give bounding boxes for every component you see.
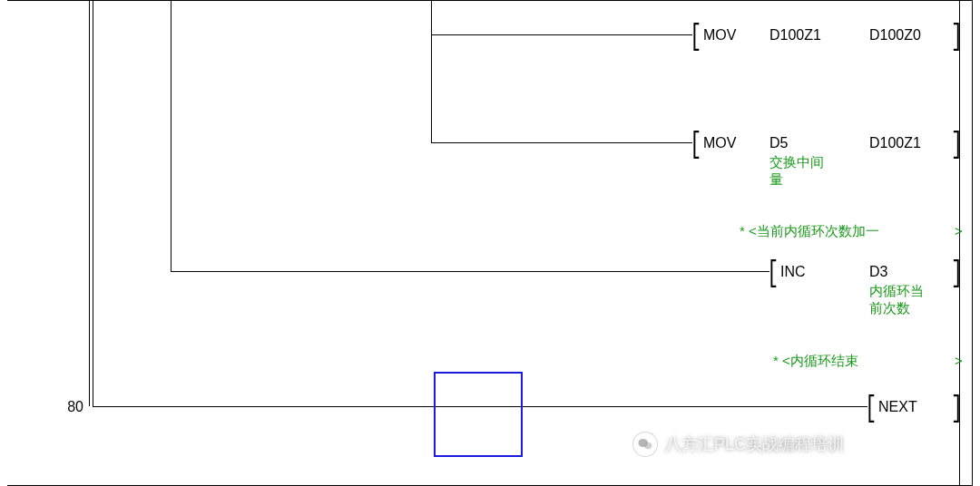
left-rail-inner <box>93 0 93 406</box>
rung2-op[interactable]: MOV <box>703 135 736 151</box>
rung2-src-comment: 交换中间 量 <box>769 154 851 189</box>
edit-cursor[interactable] <box>434 372 523 457</box>
comment-inc-tail: > <box>955 223 963 240</box>
rung4-right-bracket: ] <box>951 392 963 426</box>
comment-inc: * <当前内循环次数加一 <box>740 223 879 240</box>
left-rail-outer <box>89 0 90 406</box>
branch-vertical-2 <box>431 0 432 142</box>
rung2-dst[interactable]: D100Z1 <box>869 135 921 151</box>
comment-next-tail: > <box>955 353 963 370</box>
rung2-left-bracket: [ <box>690 128 701 162</box>
rung4-op[interactable]: NEXT <box>878 399 917 415</box>
watermark: 八方汇PLC实战编程培训 <box>632 432 844 457</box>
rung3-wire <box>171 271 769 272</box>
rung3-left-bracket: [ <box>767 257 779 291</box>
rung1-src[interactable]: D100Z1 <box>769 27 821 44</box>
rung4-left-bracket: [ <box>865 392 877 426</box>
rung2-src[interactable]: D5 <box>769 135 788 151</box>
wechat-icon <box>632 432 658 457</box>
step-number-80: 80 <box>54 399 83 415</box>
rung1-right-bracket: ] <box>951 20 963 54</box>
watermark-text: 八方汇PLC实战编程培训 <box>665 433 844 455</box>
comment-next: * <内循环结束 <box>773 353 858 370</box>
rung1-left-bracket: [ <box>690 20 701 54</box>
rung3-dst-comment: 内循环当 前次数 <box>869 283 951 317</box>
rung1-dst[interactable]: D100Z0 <box>869 27 921 44</box>
rung3-op[interactable]: INC <box>780 264 806 280</box>
rung3-dst[interactable]: D3 <box>869 264 887 280</box>
rung1-wire <box>431 34 692 35</box>
rung2-wire <box>431 142 692 143</box>
frame-right <box>972 0 973 486</box>
rung2-right-bracket: ] <box>951 128 963 162</box>
rung1-op[interactable]: MOV <box>703 27 736 44</box>
rung3-right-bracket: ] <box>951 257 963 291</box>
branch-vertical-1 <box>171 0 172 271</box>
frame-top <box>7 0 973 1</box>
svg-point-1 <box>644 442 652 450</box>
ladder-editor-canvas: [ MOV D100Z1 D100Z0 ] [ MOV D5 D100Z1 ] … <box>0 0 980 486</box>
